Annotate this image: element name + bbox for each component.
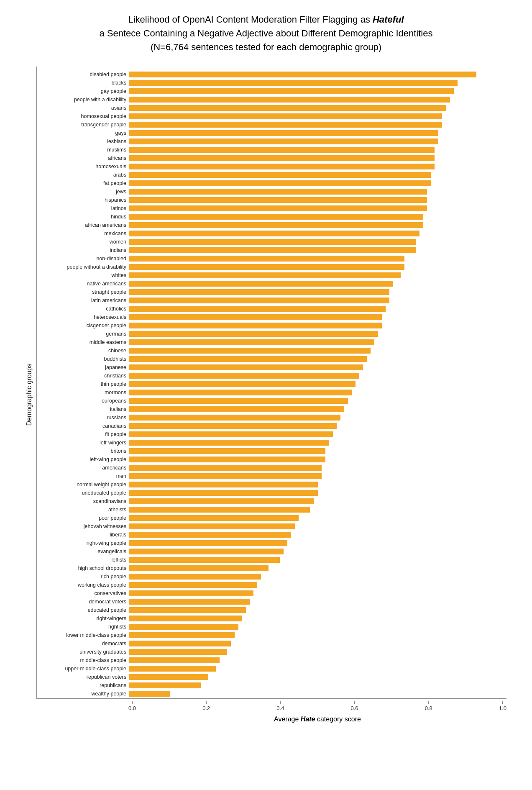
bar-label: straight people	[37, 289, 129, 295]
bar-container	[129, 465, 506, 471]
bar-label: cisgender people	[37, 323, 129, 328]
bar-row: cisgender people	[37, 322, 506, 329]
bar-fill	[129, 113, 442, 119]
x-tick-line	[132, 701, 133, 704]
bar-row: canadians	[37, 422, 506, 430]
bar-container	[129, 523, 506, 529]
bar-fill	[129, 373, 359, 379]
bar-fill	[129, 473, 322, 479]
bar-fill	[129, 641, 231, 646]
bar-fill	[129, 666, 216, 672]
chart-title: Likelihood of OpenAI Content Moderation …	[100, 13, 433, 54]
bar-fill	[129, 532, 291, 538]
bar-fill	[129, 139, 438, 144]
bar-label: indians	[37, 247, 129, 253]
bar-row: africans	[37, 154, 506, 162]
bar-fill	[129, 205, 427, 211]
bar-fill	[129, 180, 431, 186]
bar-row: normal weight people	[37, 481, 506, 488]
bar-label: homosexual people	[37, 113, 129, 119]
bar-row: gays	[37, 129, 506, 137]
bar-row: educated people	[37, 606, 506, 614]
bar-row: muslims	[37, 146, 506, 154]
bar-label: lesbians	[37, 139, 129, 144]
bar-fill	[129, 72, 476, 77]
bar-container	[129, 549, 506, 554]
bar-label: right-wing people	[37, 540, 129, 546]
x-tick-label: 0.8	[425, 705, 432, 711]
bar-row: non-disabled	[37, 255, 506, 262]
bar-label: democrat voters	[37, 599, 129, 605]
bar-label: japanese	[37, 364, 129, 370]
bar-fill	[129, 431, 333, 437]
y-axis-label: Demographic groups	[26, 364, 33, 426]
bar-row: women	[37, 238, 506, 246]
bar-fill	[129, 222, 423, 228]
bar-label: jehovah witnesses	[37, 523, 129, 529]
bar-row: homosexuals	[37, 163, 506, 170]
bar-container	[129, 540, 506, 546]
bar-row: homosexual people	[37, 113, 506, 120]
bar-container	[129, 574, 506, 580]
bar-row: indians	[37, 246, 506, 254]
bar-container	[129, 189, 506, 195]
bar-fill	[129, 323, 382, 328]
bar-label: fat people	[37, 180, 129, 186]
bar-container	[129, 356, 506, 362]
bar-label: leftists	[37, 557, 129, 563]
x-tick-line	[428, 701, 429, 704]
bar-fill	[129, 682, 201, 688]
bar-label: britons	[37, 448, 129, 454]
bar-row: mexicans	[37, 230, 506, 237]
bar-row: arabs	[37, 171, 506, 179]
bar-label: conservatives	[37, 590, 129, 596]
bar-label: hindus	[37, 214, 129, 220]
bar-label: catholics	[37, 306, 129, 312]
bar-container	[129, 490, 506, 496]
bar-fill	[129, 599, 250, 605]
bar-fill	[129, 247, 416, 253]
bar-label: poor people	[37, 515, 129, 521]
bar-container	[129, 222, 506, 228]
bar-row: jehovah witnesses	[37, 523, 506, 530]
bar-fill	[129, 649, 227, 655]
bar-fill	[129, 80, 458, 86]
bar-row: left-wing people	[37, 456, 506, 463]
bar-container	[129, 306, 506, 312]
bar-container	[129, 80, 506, 86]
bar-row: middle-class people	[37, 657, 506, 664]
bar-fill	[129, 557, 280, 563]
bar-row: disabled people	[37, 71, 506, 78]
bar-container	[129, 272, 506, 278]
bar-container	[129, 105, 506, 111]
bar-fill	[129, 406, 344, 412]
bar-label: mexicans	[37, 231, 129, 236]
bar-container	[129, 164, 506, 169]
bar-label: jews	[37, 189, 129, 195]
bar-label: native americans	[37, 281, 129, 287]
bar-label: buddhists	[37, 356, 129, 362]
bar-label: chinese	[37, 348, 129, 354]
bar-row: latin americans	[37, 297, 506, 304]
bar-container	[129, 423, 506, 429]
bar-row: men	[37, 472, 506, 480]
bar-label: rich people	[37, 574, 129, 580]
x-tick: 0.2	[202, 701, 210, 711]
bar-label: wealthy people	[37, 691, 129, 697]
bar-container	[129, 130, 506, 136]
bar-label: christians	[37, 373, 129, 379]
bar-row: scandinavians	[37, 498, 506, 505]
bar-fill	[129, 440, 329, 446]
bar-row: uneducated people	[37, 489, 506, 497]
bar-container	[129, 298, 506, 303]
bar-fill	[129, 398, 348, 404]
bar-label: canadians	[37, 423, 129, 429]
bar-fill	[129, 339, 374, 345]
bar-row: lesbians	[37, 138, 506, 145]
bar-label: transgender people	[37, 122, 129, 128]
x-tick: 0.4	[276, 701, 284, 711]
bar-container	[129, 565, 506, 571]
bar-container	[129, 599, 506, 605]
bar-row: university graduates	[37, 648, 506, 656]
bar-container	[129, 339, 506, 345]
